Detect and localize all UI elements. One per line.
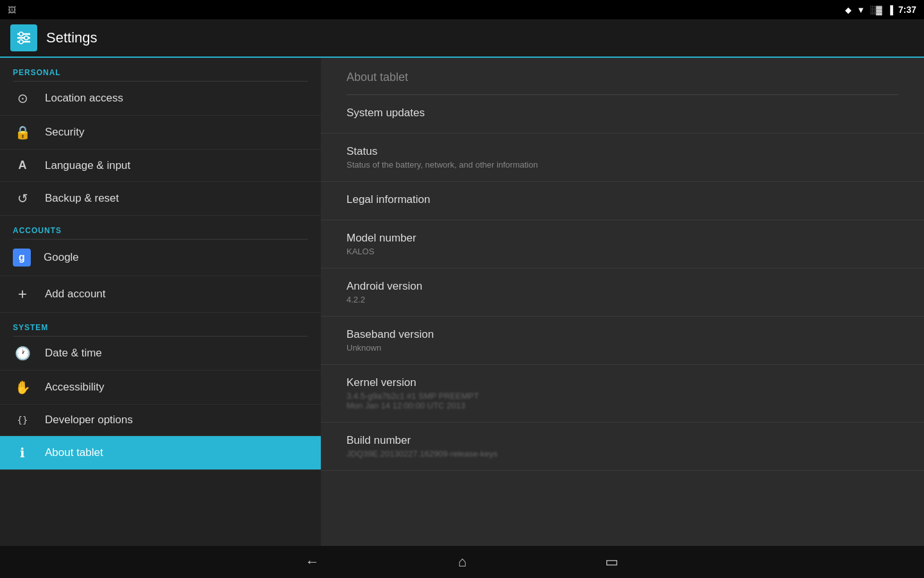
android-version-value: 4.2.2: [346, 295, 898, 304]
content-item-build-number[interactable]: Build number JDQ39E.20130227.162909-rele…: [321, 423, 924, 471]
android-version-title: Android version: [346, 280, 898, 293]
status-bar-left: 🖼: [0, 0, 24, 19]
section-header-system: SYSTEM: [0, 313, 321, 336]
home-button[interactable]: ⌂: [453, 548, 472, 575]
add-account-label: Add account: [45, 288, 106, 301]
nav-bar: ← ⌂ ▭: [0, 546, 924, 578]
svg-point-4: [24, 36, 28, 40]
bluetooth-icon: ◆: [845, 5, 851, 15]
location-access-label: Location access: [45, 92, 123, 105]
app-bar: Settings: [0, 19, 924, 58]
signal-icon: ░▓: [870, 5, 882, 15]
date-time-label: Date & time: [45, 347, 102, 360]
model-number-title: Model number: [346, 232, 898, 245]
build-number-title: Build number: [346, 434, 898, 447]
wifi-icon: ▼: [857, 5, 865, 15]
sidebar-item-security[interactable]: 🔒 Security: [0, 116, 321, 150]
backup-label: Backup & reset: [45, 192, 119, 205]
status-subtitle: Status of the battery, network, and othe…: [346, 160, 898, 170]
security-icon: 🔒: [13, 125, 32, 140]
clock-icon: 🕐: [13, 346, 32, 361]
settings-app-icon: [10, 24, 37, 51]
google-label: Google: [44, 251, 79, 264]
google-icon: g: [13, 249, 31, 267]
content-item-baseband-version[interactable]: Baseband version Unknown: [321, 317, 924, 365]
app-title: Settings: [46, 30, 98, 46]
sidebar-item-date-time[interactable]: 🕐 Date & time: [0, 337, 321, 371]
back-button[interactable]: ←: [300, 548, 325, 575]
sidebar-item-backup-reset[interactable]: ↺ Backup & reset: [0, 182, 321, 216]
image-icon: 🖼: [8, 5, 16, 15]
legal-info-title: Legal information: [346, 193, 898, 206]
status-title: Status: [346, 145, 898, 158]
language-label: Language & input: [45, 159, 130, 172]
sidebar-item-location-access[interactable]: ⊙ Location access: [0, 82, 321, 116]
backup-icon: ↺: [13, 191, 32, 206]
content-item-status[interactable]: Status Status of the battery, network, a…: [321, 134, 924, 182]
sidebar-item-add-account[interactable]: + Add account: [0, 276, 321, 313]
svg-point-5: [19, 40, 23, 44]
content-item-model-number[interactable]: Model number KALOS: [321, 220, 924, 268]
svg-point-3: [19, 32, 23, 36]
developer-options-label: Developer options: [45, 414, 133, 426]
system-updates-title: System updates: [346, 107, 898, 119]
model-number-value: KALOS: [346, 247, 898, 256]
about-tablet-label: About tablet: [45, 446, 103, 459]
content-item-legal-information[interactable]: Legal information: [321, 182, 924, 220]
accessibility-label: Accessibility: [45, 381, 105, 394]
about-icon: ℹ: [13, 445, 32, 460]
developer-icon: {}: [13, 415, 32, 425]
sidebar-item-about-tablet[interactable]: ℹ About tablet: [0, 436, 321, 470]
section-header-personal: PERSONAL: [0, 58, 321, 81]
sidebar-item-developer-options[interactable]: {} Developer options: [0, 405, 321, 436]
security-label: Security: [45, 126, 84, 139]
language-icon: A: [13, 159, 32, 172]
recent-apps-button[interactable]: ▭: [600, 548, 624, 575]
build-number-value: JDQ39E.20130227.162909-release-keys: [346, 449, 898, 459]
main-layout: PERSONAL ⊙ Location access 🔒 Security A …: [0, 58, 924, 546]
baseband-version-title: Baseband version: [346, 328, 898, 341]
kernel-version-title: Kernel version: [346, 376, 898, 389]
sidebar: PERSONAL ⊙ Location access 🔒 Security A …: [0, 58, 321, 546]
sidebar-item-google[interactable]: g Google: [0, 240, 321, 276]
status-bar: 🖼 ◆ ▼ ░▓ ▐ 7:37: [0, 0, 924, 19]
baseband-version-value: Unknown: [346, 343, 898, 353]
content-panel: About tablet System updates Status Statu…: [321, 58, 924, 546]
section-header-accounts: ACCOUNTS: [0, 216, 321, 239]
clock-display: 7:37: [898, 4, 916, 15]
sidebar-item-accessibility[interactable]: ✋ Accessibility: [0, 371, 321, 405]
accessibility-icon: ✋: [13, 380, 32, 395]
sidebar-item-language-input[interactable]: A Language & input: [0, 150, 321, 182]
add-account-icon: +: [13, 285, 32, 303]
location-icon: ⊙: [13, 91, 32, 106]
content-title: About tablet: [321, 58, 924, 94]
content-item-kernel-version[interactable]: Kernel version 3.4.5-g9a7b2c1 #1 SMP PRE…: [321, 365, 924, 423]
content-item-system-updates[interactable]: System updates: [321, 95, 924, 134]
kernel-version-value: 3.4.5-g9a7b2c1 #1 SMP PREEMPTMon Jan 14 …: [346, 391, 898, 410]
content-item-android-version[interactable]: Android version 4.2.2: [321, 268, 924, 317]
battery-icon: ▐: [887, 5, 893, 15]
